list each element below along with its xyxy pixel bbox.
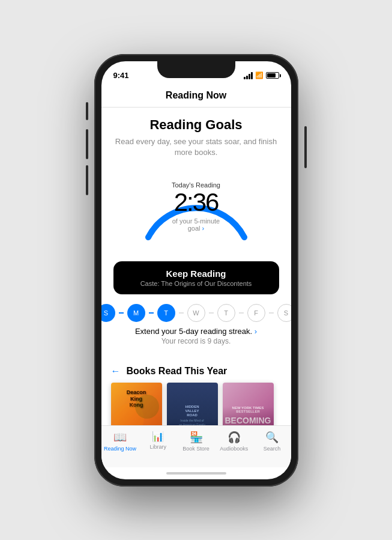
signal-icon [244, 72, 253, 79]
home-bar [166, 472, 226, 475]
books-header: ← Books Read This Year [111, 366, 282, 377]
arc-time: 2:36 [166, 189, 226, 216]
day-circle-sun: S [101, 304, 115, 322]
tab-book-store[interactable]: 🏪 Book Store [177, 431, 215, 452]
day-circle-wed: W [187, 304, 205, 322]
page-title: Reading Now [101, 85, 291, 108]
day-connector-6 [269, 312, 274, 314]
tab-book-store-label: Book Store [182, 446, 210, 452]
tab-audiobooks-icon: 🎧 [228, 431, 241, 444]
tab-library[interactable]: 📊 Library [139, 431, 177, 450]
tab-search-label: Search [264, 446, 281, 452]
tab-audiobooks[interactable]: 🎧 Audiobooks [215, 431, 253, 452]
keep-reading-label: Keep Reading [125, 268, 267, 279]
keep-reading-book-title: Caste: The Origins of Our Discontents [125, 280, 267, 287]
arc-progress: Today's Reading 2:36 of your 5-minute go… [136, 165, 256, 243]
arc-goal-chevron[interactable]: › [202, 225, 205, 232]
day-connector-5 [239, 312, 244, 314]
book-title-hidden: HIDDENVALLEYROAD [185, 405, 199, 418]
extend-streak-text: Extend your 5-day reading streak. [135, 327, 252, 336]
day-connector-4 [209, 312, 214, 314]
wifi-icon: 📶 [255, 71, 264, 79]
books-grid: DeaconKingKong James HIDDENVALLEYR [111, 383, 282, 425]
streak-chevron[interactable]: › [255, 327, 257, 336]
books-section-title: Books Read This Year [127, 366, 228, 377]
svg-point-1 [135, 395, 159, 419]
silent-switch[interactable] [86, 165, 88, 195]
phone-frame: 9:41 📶 Reading Now Reading Goals [94, 54, 298, 487]
reading-goals-section: Reading Goals Read every day, see your s… [101, 108, 291, 259]
tab-search[interactable]: 🔍 Search [253, 431, 291, 452]
back-arrow-icon[interactable]: ← [111, 366, 121, 377]
tab-search-icon: 🔍 [265, 431, 279, 444]
tab-library-icon: 📊 [152, 431, 164, 442]
tab-reading-now-label: Reading Now [104, 446, 136, 452]
day-connector-1 [119, 312, 124, 314]
day-connector-3 [179, 312, 184, 314]
phone-screen: 9:41 📶 Reading Now Reading Goals [101, 61, 291, 479]
volume-up-button[interactable] [86, 102, 88, 120]
reading-goals-subtitle: Read every day, see your stats soar, and… [113, 136, 279, 158]
power-button[interactable] [304, 126, 307, 168]
screen-content: Reading Now Reading Goals Read every day… [101, 85, 291, 425]
tab-library-label: Library [150, 444, 167, 450]
home-indicator [101, 467, 291, 479]
reading-goals-title: Reading Goals [113, 117, 279, 133]
streak-record-text: Your record is 9 days. [161, 337, 231, 345]
books-section: ← Books Read This Year DeaconKingKong Ja… [101, 360, 291, 425]
volume-down-button[interactable] [86, 129, 88, 159]
day-circle-thu: T [217, 304, 235, 322]
tab-bar: 📖 Reading Now 📊 Library 🏪 Book Store 🎧 A… [101, 425, 291, 467]
tab-audiobooks-label: Audiobooks [220, 446, 248, 452]
status-time: 9:41 [113, 71, 129, 80]
book-cover-deacon-king-kong[interactable]: DeaconKingKong James [111, 383, 162, 425]
battery-icon [266, 72, 279, 79]
tab-reading-now-icon: 📖 [113, 431, 127, 444]
tab-book-store-icon: 🏪 [190, 431, 203, 444]
arc-center-text: Today's Reading 2:36 of your 5-minute go… [166, 181, 226, 232]
tab-reading-now[interactable]: 📖 Reading Now [101, 431, 139, 452]
day-circle-sat: S [277, 304, 291, 322]
book-cover-hidden-valley-road[interactable]: HIDDENVALLEYROAD Inside the Mind ofan Am… [167, 383, 218, 425]
streak-text: Extend your 5-day reading streak. › [135, 327, 257, 336]
day-circle-mon: M [127, 304, 145, 322]
keep-reading-button[interactable]: Keep Reading Caste: The Origins of Our D… [113, 261, 279, 294]
arc-goal-text: of your 5-minute goal [172, 217, 220, 232]
notch [157, 61, 235, 78]
day-connector-2 [149, 312, 154, 314]
status-icons: 📶 [244, 71, 279, 79]
arc-goal: of your 5-minute goal › [166, 217, 226, 232]
day-streak-section: S M T W T F [101, 297, 291, 353]
day-circle-tue: T [157, 304, 175, 322]
day-circle-fri: F [247, 304, 265, 322]
book-cover-becoming[interactable]: NEW YORK TIMES BESTSELLER BECOMING [223, 383, 274, 425]
day-circles: S M T W T F [101, 304, 291, 322]
